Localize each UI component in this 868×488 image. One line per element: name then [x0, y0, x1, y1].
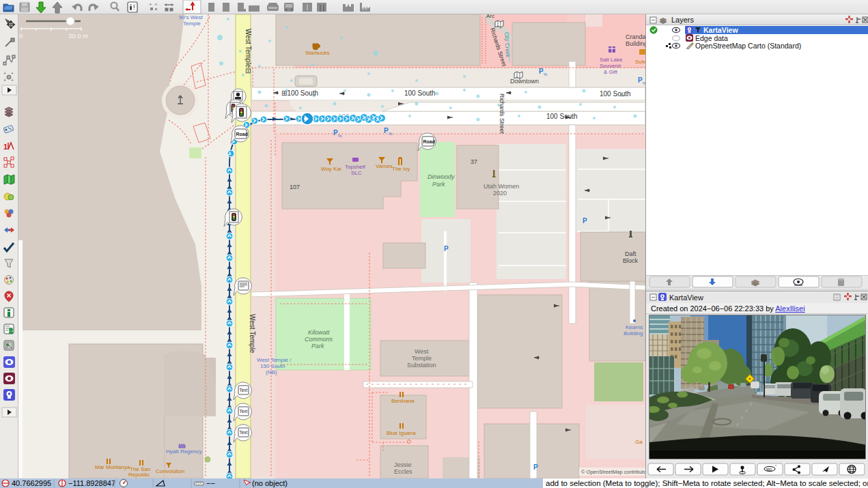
svg-text:SLC: SLC: [351, 170, 362, 176]
svg-text:Text: Text: [240, 409, 248, 414]
svg-text:P: P: [583, 217, 587, 225]
svg-text:The Ivy: The Ivy: [392, 166, 410, 172]
svg-text:Jessie: Jessie: [394, 461, 412, 468]
svg-text:Republic: Republic: [128, 472, 150, 478]
svg-text:Richards Street: Richards Street: [499, 94, 505, 134]
svg-text:Crandall: Crandall: [626, 33, 645, 40]
svg-text:−−: −−: [206, 479, 215, 487]
svg-text:360: 360: [766, 468, 772, 472]
svg-text:Hyatt Regency: Hyatt Regency: [166, 448, 201, 455]
svg-text:90's West: 90's West: [179, 14, 204, 20]
svg-text:Substation: Substation: [407, 362, 436, 369]
svg-text:Arc: Arc: [486, 14, 494, 19]
svg-text:+: +: [3, 78, 6, 83]
svg-text:Layers: Layers: [671, 16, 695, 24]
svg-text:150 South: 150 South: [260, 363, 285, 369]
svg-text:Benihana: Benihana: [391, 398, 415, 404]
svg-text:Block: Block: [623, 257, 639, 264]
svg-text:Eccles: Eccles: [394, 468, 412, 475]
svg-text:2020: 2020: [493, 190, 507, 197]
svg-text:+: +: [11, 71, 14, 76]
svg-text:Salt Lake: Salt Lake: [600, 57, 623, 63]
svg-text:37: 37: [471, 158, 477, 165]
svg-text:Daft: Daft: [625, 250, 636, 257]
svg-text:P: P: [533, 463, 538, 471]
svg-text:Commons: Commons: [305, 336, 333, 343]
svg-text:%: %: [544, 72, 548, 76]
svg-text:30.0 m: 30.0 m: [68, 32, 88, 40]
svg-text:& Gift: & Gift: [604, 69, 618, 75]
svg-text:KartaView: KartaView: [669, 293, 703, 302]
svg-text:Park: Park: [432, 181, 445, 188]
svg-text:Varnes: Varnes: [376, 163, 393, 169]
svg-text:P: P: [638, 76, 643, 84]
svg-text:0: 0: [19, 32, 23, 40]
svg-text:(no object): (no object): [252, 479, 288, 487]
svg-text:P: P: [444, 245, 449, 253]
svg-text:Park: Park: [311, 343, 324, 349]
svg-text:OpenStreetMap Carto (Standard): OpenStreetMap Carto (Standard): [695, 42, 801, 50]
svg-text:Building: Building: [626, 40, 645, 47]
svg-text:Text: Text: [240, 388, 248, 392]
svg-text:Sutw: Sutw: [635, 59, 645, 65]
svg-text:−111.8928847: −111.8928847: [68, 479, 115, 487]
svg-text:°: °: [775, 464, 776, 468]
svg-text:107: 107: [290, 184, 300, 190]
svg-text:Blue Iguana: Blue Iguana: [387, 430, 416, 436]
svg-text:+: +: [11, 78, 14, 83]
svg-text:Kearns: Kearns: [626, 324, 643, 330]
svg-text:Temple: Temple: [183, 20, 201, 27]
svg-text:⊞100 South: ⊞100 South: [281, 89, 318, 97]
svg-text:(NB): (NB): [266, 369, 277, 375]
svg-text:+: +: [149, 1, 152, 8]
svg-text:P: P: [333, 129, 338, 137]
svg-text:Convolution: Convolution: [156, 468, 184, 474]
svg-text:Topshelf: Topshelf: [345, 164, 366, 170]
svg-text:Road: Road: [236, 132, 249, 137]
svg-text:+: +: [3, 71, 6, 76]
svg-text:Ga: Ga: [635, 439, 643, 445]
svg-text:Building: Building: [624, 330, 643, 336]
svg-text:Downtown: Downtown: [510, 78, 539, 85]
svg-text:Starbucks: Starbucks: [305, 50, 330, 56]
svg-text:+: +: [154, 1, 158, 8]
svg-text:100 South: 100 South: [546, 113, 578, 120]
svg-text:Kilowatt: Kilowatt: [308, 329, 330, 336]
svg-text:40.7662995: 40.7662995: [12, 479, 51, 487]
svg-text:West Temple: West Temple: [249, 314, 256, 354]
svg-text:West: West: [415, 348, 429, 355]
svg-text:© OpenStreetMap contributors: © OpenStreetMap contributors: [581, 469, 645, 475]
svg-text:KartaView: KartaView: [703, 26, 738, 34]
svg-text:100 South: 100 South: [404, 89, 436, 97]
svg-text:Text: Text: [240, 430, 248, 435]
svg-text:Dinwoody: Dinwoody: [428, 173, 455, 180]
svg-text:Mar Muntanya: Mar Muntanya: [95, 464, 130, 470]
svg-text:100 South: 100 South: [600, 90, 631, 98]
svg-text:Road: Road: [423, 139, 436, 144]
svg-text:West Temple⊟: West Temple⊟: [244, 29, 252, 74]
svg-text:Temple: Temple: [412, 355, 432, 362]
svg-text:%: %: [389, 132, 393, 136]
svg-text:Souvenir: Souvenir: [600, 63, 621, 69]
svg-text:West Temple /: West Temple /: [257, 357, 292, 363]
svg-text:%: %: [338, 134, 342, 138]
svg-text:1: 1: [3, 143, 8, 151]
svg-text:Woy Kai: Woy Kai: [321, 166, 341, 172]
svg-text:P: P: [384, 127, 389, 134]
svg-text:add to selection (Meta to togg: add to selection (Meta to toggle); Shift…: [546, 479, 868, 487]
svg-text:Utah Women: Utah Women: [484, 183, 519, 190]
svg-text:P: P: [539, 68, 544, 75]
